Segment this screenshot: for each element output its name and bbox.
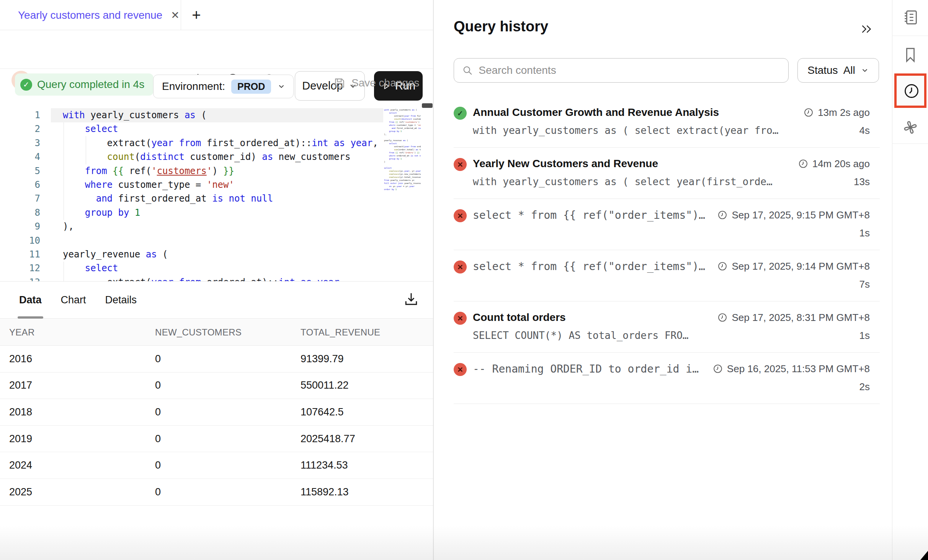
download-icon[interactable] [403, 291, 420, 308]
history-item-title: Annual Customer Growth and Revenue Analy… [473, 106, 719, 119]
success-status-icon: ✓ [454, 107, 467, 120]
history-item[interactable]: ✕Yearly New Customers and Revenue14m 20s… [454, 148, 880, 199]
code-line: from {{ ref('customers') }} [63, 164, 384, 178]
search-input[interactable] [479, 64, 781, 77]
code-lines: with yearly_customers as ( select extrac… [63, 108, 384, 282]
timestamp: Sep 17, 2025, 9:15 PM GMT+8 [732, 209, 870, 221]
clock-icon [903, 82, 920, 100]
table-row[interactable]: 20240111234.53 [0, 452, 433, 479]
history-item-duration: 1s [859, 227, 870, 239]
tab-title: Yearly customers and revenue [18, 9, 162, 21]
tab-yearly-customers-and-revenue[interactable]: Yearly customers and revenue ✕ [0, 0, 181, 30]
table-row[interactable]: 2016091399.79 [0, 346, 433, 373]
scrollbar-thumb[interactable] [422, 103, 433, 108]
code-line: yearly_revenue as ( [63, 247, 384, 261]
table-row[interactable]: 20250115892.13 [0, 479, 433, 506]
environment-label: Environment: [162, 80, 225, 93]
history-item-row1: select * from {{ ref("order_items")…Sep … [454, 258, 870, 275]
history-item-row1: select * from {{ ref("order_items")…Sep … [454, 207, 870, 223]
sidebar-divider [892, 36, 928, 36]
insight-header: BL Your saved insight Develop Run [0, 31, 433, 69]
code-line: extract(year from ordered_at)::int as ye… [63, 275, 384, 282]
history-item-row2: 7s [454, 276, 870, 292]
code-line: extract(year from first_ordered_at)::int… [63, 136, 384, 150]
error-status-icon: ✕ [454, 312, 467, 325]
table-cell: 0 [155, 486, 161, 498]
table-cell: 0 [155, 459, 161, 471]
history-item-time: 13m 2s ago [803, 107, 870, 119]
history-item[interactable]: ✕-- Renaming ORDER_ID to order_id i…Sep … [454, 353, 880, 404]
history-item-row2: with yearly_customers as ( select year(f… [454, 174, 870, 190]
search-icon [462, 64, 473, 77]
history-item-title: Count total orders [473, 311, 566, 324]
history-list: ✓Annual Customer Growth and Revenue Anal… [454, 96, 880, 404]
code-line: select [63, 261, 384, 275]
code-line: and first_ordered_at is not null [63, 192, 384, 205]
new-tab-button[interactable]: + [187, 5, 206, 24]
error-status-icon: ✕ [454, 158, 467, 171]
table-cell: 2024 [9, 459, 32, 471]
save-changes-label: Save changes [351, 77, 419, 89]
line-number: 12 [0, 261, 40, 275]
history-item-title: select * from {{ ref("order_items")… [473, 260, 705, 273]
history-item-time: 14m 20s ago [798, 158, 870, 170]
history-item-row2: with yearly_customers as ( select extrac… [454, 122, 870, 138]
table-cell: 2025418.77 [301, 433, 355, 445]
column-header: TOTAL_REVENUE [301, 327, 380, 338]
status-filter-value: All [843, 64, 855, 77]
line-number: 9 [0, 220, 40, 233]
sidebar-divider [892, 143, 928, 144]
results-tab-details[interactable]: Details [105, 282, 137, 319]
history-item[interactable]: ✕select * from {{ ref("order_items")…Sep… [454, 250, 880, 301]
history-item[interactable]: ✓Annual Customer Growth and Revenue Anal… [454, 96, 880, 148]
history-item-duration: 2s [859, 381, 870, 393]
history-item[interactable]: ✕select * from {{ ref("order_items")…Sep… [454, 199, 880, 250]
results-tab-chart[interactable]: Chart [61, 282, 86, 319]
table-row[interactable]: 20180107642.5 [0, 399, 433, 426]
timestamp: Sep 16, 2025, 11:53 PM GMT+8 [727, 363, 870, 375]
right-icon-sidebar [892, 0, 928, 560]
column-header: NEW_CUSTOMERS [155, 327, 242, 338]
table-row[interactable]: 201902025418.77 [0, 426, 433, 453]
history-item-query-preview: with yearly_customers as ( select year(f… [473, 176, 773, 187]
code-line: select [63, 122, 384, 136]
table-cell: 115892.13 [301, 486, 349, 498]
line-number: 10 [0, 234, 40, 247]
bookmark-icon[interactable] [902, 46, 919, 63]
table-cell: 2018 [9, 406, 32, 418]
lineage-compass-icon[interactable] [902, 119, 919, 136]
table-cell: 111234.53 [301, 459, 348, 471]
code-line: with yearly_customers as ( [63, 108, 384, 122]
tab-close-icon[interactable]: ✕ [171, 9, 180, 21]
history-item-time: Sep 16, 2025, 11:53 PM GMT+8 [712, 363, 870, 375]
results-table: 2016091399.7920170550011.2220180107642.5… [0, 346, 433, 506]
code-line: ), [63, 220, 384, 233]
table-cell: 2019 [9, 433, 32, 445]
table-cell: 0 [155, 433, 161, 445]
history-item-row2: 2s [454, 379, 870, 395]
notebook-icon[interactable] [902, 8, 919, 26]
editor-minimap[interactable]: with yearly_customers as ( select extrac… [384, 108, 421, 277]
status-filter-dropdown[interactable]: Status All [797, 58, 879, 83]
history-item-row1: Count total ordersSep 17, 2025, 8:31 PM … [454, 309, 870, 326]
line-number: 2 [0, 122, 40, 136]
collapse-panel-icon[interactable] [859, 22, 873, 36]
timestamp: 13m 2s ago [818, 107, 870, 119]
sql-code-editor[interactable]: 12345678910111213 with yearly_customers … [0, 104, 433, 282]
save-changes-button[interactable]: Save changes [333, 77, 419, 90]
table-cell: 2017 [9, 379, 32, 391]
environment-dropdown[interactable]: Environment: PROD [153, 75, 294, 98]
history-item-title: Yearly New Customers and Revenue [473, 158, 658, 170]
editor-panel: Yearly customers and revenue ✕ + BL Your… [0, 0, 433, 560]
history-search[interactable] [454, 58, 789, 83]
line-number-gutter: 12345678910111213 [0, 108, 40, 282]
history-item[interactable]: ✕Count total ordersSep 17, 2025, 8:31 PM… [454, 301, 880, 353]
query-history-sidebar-item-active[interactable] [894, 73, 926, 108]
table-row[interactable]: 20170550011.22 [0, 373, 433, 399]
table-cell: 91399.79 [301, 353, 344, 365]
check-circle-icon: ✓ [20, 79, 32, 91]
results-tab-data[interactable]: Data [19, 282, 42, 319]
query-status-badge: ✓ Query completed in 4s [15, 73, 154, 96]
history-item-duration: 4s [859, 125, 870, 137]
table-cell: 2025 [9, 486, 32, 498]
